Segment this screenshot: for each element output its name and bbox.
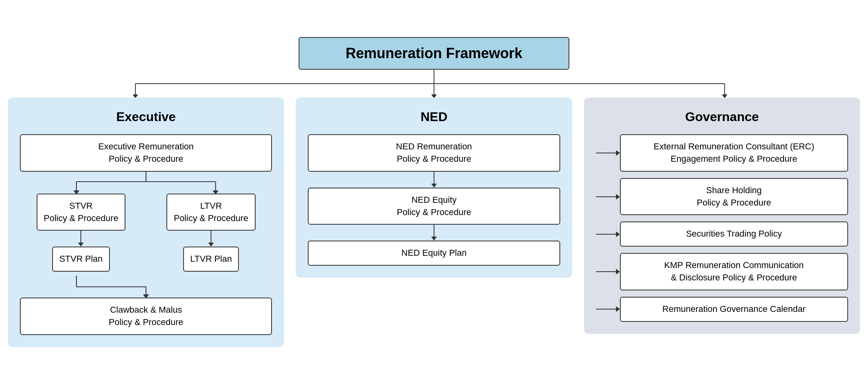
stvr-col: STVRPolicy & Procedure STVR Plan [20, 194, 142, 272]
gov-box-1: Share HoldingPolicy & Procedure [620, 178, 848, 216]
stvr-ltvr-row: STVRPolicy & Procedure STVR Plan LTVRPol… [20, 194, 272, 272]
svg-marker-3 [133, 94, 138, 98]
stvr-policy-box: STVRPolicy & Procedure [37, 194, 125, 231]
diagram: Remuneration Framework Executive Executi… [8, 37, 860, 347]
executive-column: Executive Executive RemunerationPolicy &… [8, 98, 284, 347]
gov-arrow-1 [596, 194, 620, 200]
gov-row-4: Remuneration Governance Calendar [596, 297, 848, 322]
ned-column: NED NED RemunerationPolicy & Procedure N… [296, 98, 572, 278]
gov-row-2: Securities Trading Policy [596, 221, 848, 247]
svg-marker-5 [431, 94, 437, 98]
clawback-box: Clawback & MalusPolicy & Procedure [20, 298, 272, 335]
top-connectors [8, 70, 860, 98]
clawback-branch [20, 276, 272, 298]
gov-box-3: KMP Remuneration Communication& Disclosu… [620, 253, 848, 290]
gov-box-0: External Remuneration Consultant (ERC)En… [620, 134, 848, 172]
gov-box-2: Securities Trading Policy [620, 221, 848, 247]
svg-marker-11 [73, 190, 79, 194]
exec-branch [20, 172, 272, 194]
ned-title: NED [308, 110, 560, 124]
gov-arrow-0 [596, 150, 620, 156]
framework-title: Remuneration Framework [299, 37, 569, 70]
gov-arrow-3 [596, 269, 620, 274]
svg-marker-7 [722, 94, 727, 98]
governance-items: External Remuneration Consultant (ERC)En… [596, 134, 848, 321]
ltvr-col: LTVRPolicy & Procedure LTVR Plan [150, 194, 272, 272]
gov-row-1: Share HoldingPolicy & Procedure [596, 178, 848, 216]
ned-rem-arrow [308, 172, 560, 188]
governance-title: Governance [596, 110, 848, 124]
ltvr-policy-box: LTVRPolicy & Procedure [166, 194, 255, 231]
executive-title: Executive [20, 110, 272, 124]
svg-marker-17 [143, 294, 149, 298]
governance-column: Governance External Remuneration Consult… [584, 98, 860, 333]
gov-row-3: KMP Remuneration Communication& Disclosu… [596, 253, 848, 290]
ned-equity-arrow [308, 225, 560, 241]
ned-rem-box: NED RemunerationPolicy & Procedure [308, 134, 560, 172]
gov-arrow-2 [596, 231, 620, 237]
gov-arrow-4 [596, 306, 620, 312]
ltvr-plan-box: LTVR Plan [183, 247, 239, 272]
ltvr-arrow [208, 231, 214, 247]
ned-equity-policy-box: NED EquityPolicy & Procedure [308, 188, 560, 225]
exec-rem-box: Executive RemunerationPolicy & Procedure [20, 134, 272, 172]
gov-row-0: External Remuneration Consultant (ERC)En… [596, 134, 848, 172]
stvr-plan-box: STVR Plan [52, 247, 110, 272]
gov-box-4: Remuneration Governance Calendar [620, 297, 848, 322]
columns: Executive Executive RemunerationPolicy &… [8, 98, 860, 347]
stvr-arrow [78, 231, 84, 247]
ned-equity-plan-box: NED Equity Plan [308, 241, 560, 266]
svg-marker-13 [213, 190, 219, 194]
